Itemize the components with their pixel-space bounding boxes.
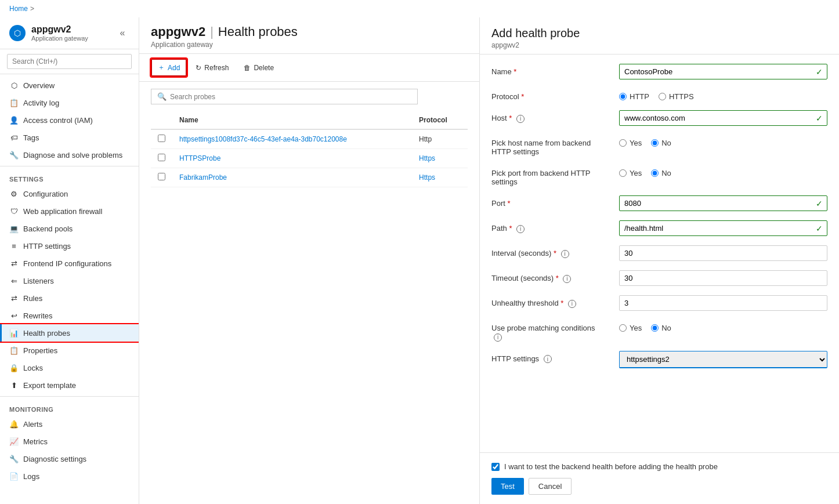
- sidebar-item-label: Logs: [23, 472, 39, 481]
- table-search-input[interactable]: [170, 93, 411, 101]
- timeout-input[interactable]: [619, 270, 827, 286]
- sidebar-item-properties[interactable]: 📋 Properties: [0, 342, 139, 359]
- sidebar-item-label: Rewrites: [23, 311, 53, 320]
- add-health-probe-panel: Add health probe appgwv2 Name * ✓ Protoc…: [479, 17, 839, 504]
- sidebar-item-tags[interactable]: 🏷 Tags: [0, 129, 139, 146]
- timeout-label: Timeout (seconds) * i: [491, 270, 607, 283]
- port-label: Port *: [491, 195, 607, 208]
- name-column-header[interactable]: Name: [172, 111, 412, 129]
- sidebar-item-alerts[interactable]: 🔔 Alerts: [0, 415, 139, 433]
- probe-matching-yes-radio[interactable]: Yes: [619, 324, 642, 332]
- probe-matching-no-radio[interactable]: No: [651, 324, 671, 332]
- timeout-field-container: [619, 270, 827, 286]
- port-input[interactable]: [619, 195, 827, 211]
- pick-port-no-radio[interactable]: No: [651, 169, 671, 177]
- unhealthy-info-icon[interactable]: i: [568, 300, 576, 308]
- http-settings-info-icon[interactable]: i: [544, 355, 552, 363]
- sidebar-collapse-button[interactable]: «: [115, 26, 129, 40]
- sidebar-item-locks[interactable]: 🔒 Locks: [0, 359, 139, 376]
- sidebar-item-metrics[interactable]: 📈 Metrics: [0, 433, 139, 450]
- test-checkbox[interactable]: [491, 463, 500, 471]
- interval-input[interactable]: [619, 245, 827, 261]
- sidebar-item-rules[interactable]: ⇄ Rules: [0, 289, 139, 307]
- access-control-icon: 👤: [9, 115, 19, 125]
- http-settings-field-label: HTTP settings i: [491, 351, 607, 364]
- port-field-container: ✓: [619, 195, 827, 211]
- frontend-ip-icon: ⇄: [9, 259, 19, 268]
- sidebar-item-backend-pools[interactable]: 💻 Backend pools: [0, 220, 139, 237]
- refresh-button[interactable]: ↻ Refresh: [189, 60, 235, 75]
- monitoring-section-label: Monitoring: [0, 399, 139, 415]
- overview-icon: ⬡: [9, 81, 19, 90]
- sidebar-item-label: Overview: [23, 81, 55, 90]
- app-name: appgwv2: [151, 24, 205, 39]
- test-button[interactable]: Test: [491, 478, 524, 495]
- pick-host-field-container: Yes No: [619, 135, 827, 147]
- add-button[interactable]: ＋ Add: [151, 59, 187, 77]
- sidebar-item-label: Export template: [23, 381, 76, 390]
- name-field-container: ✓: [619, 64, 827, 79]
- row-checkbox[interactable]: [158, 135, 165, 142]
- sidebar-item-frontend-ip[interactable]: ⇄ Frontend IP configurations: [0, 255, 139, 272]
- protocol-http-radio[interactable]: HTTP: [619, 92, 649, 101]
- pick-host-yes-radio[interactable]: Yes: [619, 139, 642, 147]
- http-settings-select[interactable]: httpsettings2: [619, 351, 827, 368]
- sidebar-item-waf[interactable]: 🛡 Web application firewall: [0, 202, 139, 220]
- sidebar-item-rewrites[interactable]: ↩ Rewrites: [0, 307, 139, 324]
- sidebar-item-export-template[interactable]: ⬆ Export template: [0, 376, 139, 394]
- row-checkbox[interactable]: [158, 173, 165, 180]
- protocol-column-header[interactable]: Protocol: [412, 111, 468, 129]
- sidebar-item-logs[interactable]: 📄 Logs: [0, 467, 139, 485]
- cancel-button[interactable]: Cancel: [529, 478, 572, 495]
- timeout-info-icon[interactable]: i: [563, 275, 571, 283]
- breadcrumb-home[interactable]: Home: [9, 5, 28, 13]
- footer-actions: Test Cancel: [491, 478, 827, 495]
- protocol-https-radio[interactable]: HTTPS: [659, 92, 694, 101]
- sidebar-item-configuration[interactable]: ⚙ Configuration: [0, 185, 139, 202]
- sidebar-item-http-settings[interactable]: ≡ HTTP settings: [0, 237, 139, 255]
- settings-section-label: Settings: [0, 169, 139, 185]
- sidebar-item-activity-log[interactable]: 📋 Activity log: [0, 94, 139, 111]
- sidebar-item-label: Diagnostic settings: [23, 455, 86, 463]
- table-row: httpsettings1008fd37c-46c5-43ef-ae4a-3db…: [151, 129, 468, 149]
- configuration-icon: ⚙: [9, 189, 19, 198]
- host-input[interactable]: [619, 110, 827, 126]
- refresh-icon: ↻: [196, 64, 201, 72]
- interval-info-icon[interactable]: i: [561, 250, 569, 258]
- rules-icon: ⇄: [9, 293, 19, 303]
- table-search-box[interactable]: 🔍: [151, 89, 418, 104]
- probe-matching-row: Use probe matching conditions i Yes No: [491, 320, 827, 342]
- search-input[interactable]: [7, 54, 132, 69]
- sidebar-item-label: Configuration: [23, 190, 68, 198]
- sidebar-item-diagnose[interactable]: 🔧 Diagnose and solve problems: [0, 146, 139, 164]
- pick-port-yes-radio[interactable]: Yes: [619, 169, 642, 177]
- probe-name-link[interactable]: HTTPSProbe: [179, 154, 220, 162]
- probes-table: Name Protocol httpsettings1008fd37c-46c5…: [151, 111, 468, 187]
- sidebar-item-health-probes[interactable]: 📊 Health probes: [0, 324, 139, 342]
- path-input[interactable]: [619, 220, 827, 236]
- sidebar-item-label: Backend pools: [23, 224, 73, 233]
- probe-name-link[interactable]: FabrikamProbe: [179, 173, 227, 182]
- pick-host-no-radio[interactable]: No: [651, 139, 671, 147]
- path-info-icon[interactable]: i: [516, 225, 525, 233]
- panel-body: Name * ✓ Protocol * HTTP: [480, 55, 839, 452]
- probe-matching-info-icon[interactable]: i: [494, 333, 502, 342]
- sidebar-item-access-control[interactable]: 👤 Access control (IAM): [0, 111, 139, 129]
- probe-name-link[interactable]: httpsettings1008fd37c-46c5-43ef-ae4a-3db…: [179, 135, 347, 143]
- table-row: FabrikamProbe Https: [151, 168, 468, 187]
- app-icon: ⬡: [9, 25, 26, 41]
- sidebar-item-listeners[interactable]: ⇐ Listeners: [0, 272, 139, 289]
- row-checkbox[interactable]: [158, 154, 165, 161]
- host-info-icon[interactable]: i: [516, 115, 525, 123]
- sidebar-item-diagnostic-settings[interactable]: 🔧 Diagnostic settings: [0, 450, 139, 467]
- delete-button[interactable]: 🗑 Delete: [237, 60, 280, 75]
- unhealthy-field-container: [619, 295, 827, 311]
- unhealthy-input[interactable]: [619, 295, 827, 311]
- name-input[interactable]: [619, 64, 827, 79]
- panel-title: Add health probe: [491, 27, 827, 40]
- http-settings-field-container: httpsettings2: [619, 351, 827, 368]
- sidebar-item-overview[interactable]: ⬡ Overview: [0, 77, 139, 94]
- path-label: Path * i: [491, 220, 607, 233]
- backend-pools-icon: 💻: [9, 224, 19, 233]
- path-valid-icon: ✓: [816, 224, 823, 233]
